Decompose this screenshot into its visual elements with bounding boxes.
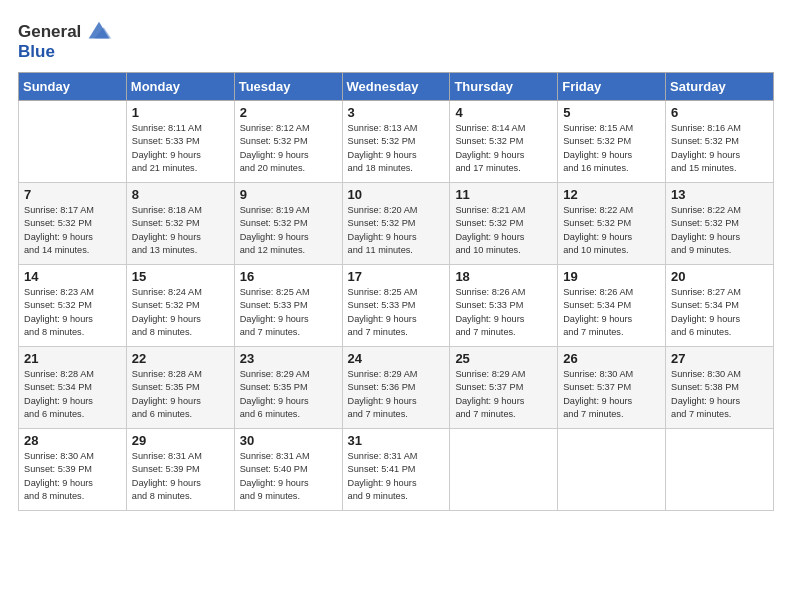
calendar-table: SundayMondayTuesdayWednesdayThursdayFrid…: [18, 72, 774, 511]
logo-icon: [85, 18, 113, 46]
calendar-cell: 6Sunrise: 8:16 AMSunset: 5:32 PMDaylight…: [666, 101, 774, 183]
calendar-cell: 8Sunrise: 8:18 AMSunset: 5:32 PMDaylight…: [126, 183, 234, 265]
day-number: 14: [24, 269, 121, 284]
day-number: 1: [132, 105, 229, 120]
day-info: Sunrise: 8:18 AMSunset: 5:32 PMDaylight:…: [132, 204, 229, 257]
day-number: 20: [671, 269, 768, 284]
day-info: Sunrise: 8:29 AMSunset: 5:36 PMDaylight:…: [348, 368, 445, 421]
day-number: 23: [240, 351, 337, 366]
day-number: 16: [240, 269, 337, 284]
calendar-cell: 20Sunrise: 8:27 AMSunset: 5:34 PMDayligh…: [666, 265, 774, 347]
logo-general-text: General: [18, 22, 81, 42]
day-number: 2: [240, 105, 337, 120]
week-row-2: 7Sunrise: 8:17 AMSunset: 5:32 PMDaylight…: [19, 183, 774, 265]
logo: General Blue: [18, 18, 113, 62]
weekday-header-saturday: Saturday: [666, 73, 774, 101]
day-info: Sunrise: 8:25 AMSunset: 5:33 PMDaylight:…: [240, 286, 337, 339]
calendar-cell: 3Sunrise: 8:13 AMSunset: 5:32 PMDaylight…: [342, 101, 450, 183]
day-info: Sunrise: 8:31 AMSunset: 5:39 PMDaylight:…: [132, 450, 229, 503]
weekday-header-monday: Monday: [126, 73, 234, 101]
week-row-3: 14Sunrise: 8:23 AMSunset: 5:32 PMDayligh…: [19, 265, 774, 347]
calendar-cell: [19, 101, 127, 183]
calendar-cell: [666, 429, 774, 511]
day-info: Sunrise: 8:19 AMSunset: 5:32 PMDaylight:…: [240, 204, 337, 257]
day-info: Sunrise: 8:22 AMSunset: 5:32 PMDaylight:…: [563, 204, 660, 257]
calendar-cell: 15Sunrise: 8:24 AMSunset: 5:32 PMDayligh…: [126, 265, 234, 347]
day-number: 13: [671, 187, 768, 202]
day-info: Sunrise: 8:30 AMSunset: 5:38 PMDaylight:…: [671, 368, 768, 421]
calendar-cell: 23Sunrise: 8:29 AMSunset: 5:35 PMDayligh…: [234, 347, 342, 429]
header: General Blue: [18, 18, 774, 62]
day-number: 18: [455, 269, 552, 284]
calendar-cell: 30Sunrise: 8:31 AMSunset: 5:40 PMDayligh…: [234, 429, 342, 511]
calendar-cell: 17Sunrise: 8:25 AMSunset: 5:33 PMDayligh…: [342, 265, 450, 347]
day-info: Sunrise: 8:26 AMSunset: 5:33 PMDaylight:…: [455, 286, 552, 339]
weekday-header-friday: Friday: [558, 73, 666, 101]
day-number: 31: [348, 433, 445, 448]
week-row-1: 1Sunrise: 8:11 AMSunset: 5:33 PMDaylight…: [19, 101, 774, 183]
day-number: 15: [132, 269, 229, 284]
calendar-cell: 27Sunrise: 8:30 AMSunset: 5:38 PMDayligh…: [666, 347, 774, 429]
calendar-cell: 19Sunrise: 8:26 AMSunset: 5:34 PMDayligh…: [558, 265, 666, 347]
calendar-cell: [450, 429, 558, 511]
day-info: Sunrise: 8:20 AMSunset: 5:32 PMDaylight:…: [348, 204, 445, 257]
day-info: Sunrise: 8:23 AMSunset: 5:32 PMDaylight:…: [24, 286, 121, 339]
day-info: Sunrise: 8:21 AMSunset: 5:32 PMDaylight:…: [455, 204, 552, 257]
day-info: Sunrise: 8:30 AMSunset: 5:37 PMDaylight:…: [563, 368, 660, 421]
day-number: 30: [240, 433, 337, 448]
day-number: 11: [455, 187, 552, 202]
calendar-cell: 5Sunrise: 8:15 AMSunset: 5:32 PMDaylight…: [558, 101, 666, 183]
weekday-header-thursday: Thursday: [450, 73, 558, 101]
day-number: 8: [132, 187, 229, 202]
day-number: 24: [348, 351, 445, 366]
day-number: 29: [132, 433, 229, 448]
calendar-cell: 28Sunrise: 8:30 AMSunset: 5:39 PMDayligh…: [19, 429, 127, 511]
calendar-cell: 12Sunrise: 8:22 AMSunset: 5:32 PMDayligh…: [558, 183, 666, 265]
day-info: Sunrise: 8:12 AMSunset: 5:32 PMDaylight:…: [240, 122, 337, 175]
day-number: 28: [24, 433, 121, 448]
day-info: Sunrise: 8:24 AMSunset: 5:32 PMDaylight:…: [132, 286, 229, 339]
day-info: Sunrise: 8:26 AMSunset: 5:34 PMDaylight:…: [563, 286, 660, 339]
day-info: Sunrise: 8:15 AMSunset: 5:32 PMDaylight:…: [563, 122, 660, 175]
day-info: Sunrise: 8:17 AMSunset: 5:32 PMDaylight:…: [24, 204, 121, 257]
day-info: Sunrise: 8:28 AMSunset: 5:34 PMDaylight:…: [24, 368, 121, 421]
day-number: 27: [671, 351, 768, 366]
day-number: 25: [455, 351, 552, 366]
calendar-cell: 25Sunrise: 8:29 AMSunset: 5:37 PMDayligh…: [450, 347, 558, 429]
calendar-cell: 9Sunrise: 8:19 AMSunset: 5:32 PMDaylight…: [234, 183, 342, 265]
day-info: Sunrise: 8:29 AMSunset: 5:37 PMDaylight:…: [455, 368, 552, 421]
calendar-cell: 26Sunrise: 8:30 AMSunset: 5:37 PMDayligh…: [558, 347, 666, 429]
calendar-cell: 4Sunrise: 8:14 AMSunset: 5:32 PMDaylight…: [450, 101, 558, 183]
day-info: Sunrise: 8:11 AMSunset: 5:33 PMDaylight:…: [132, 122, 229, 175]
day-number: 12: [563, 187, 660, 202]
day-number: 4: [455, 105, 552, 120]
day-info: Sunrise: 8:25 AMSunset: 5:33 PMDaylight:…: [348, 286, 445, 339]
day-number: 3: [348, 105, 445, 120]
week-row-5: 28Sunrise: 8:30 AMSunset: 5:39 PMDayligh…: [19, 429, 774, 511]
calendar-cell: 14Sunrise: 8:23 AMSunset: 5:32 PMDayligh…: [19, 265, 127, 347]
calendar-cell: 13Sunrise: 8:22 AMSunset: 5:32 PMDayligh…: [666, 183, 774, 265]
calendar-cell: 21Sunrise: 8:28 AMSunset: 5:34 PMDayligh…: [19, 347, 127, 429]
day-info: Sunrise: 8:13 AMSunset: 5:32 PMDaylight:…: [348, 122, 445, 175]
day-info: Sunrise: 8:31 AMSunset: 5:40 PMDaylight:…: [240, 450, 337, 503]
day-info: Sunrise: 8:27 AMSunset: 5:34 PMDaylight:…: [671, 286, 768, 339]
calendar-cell: 31Sunrise: 8:31 AMSunset: 5:41 PMDayligh…: [342, 429, 450, 511]
week-row-4: 21Sunrise: 8:28 AMSunset: 5:34 PMDayligh…: [19, 347, 774, 429]
calendar-cell: 7Sunrise: 8:17 AMSunset: 5:32 PMDaylight…: [19, 183, 127, 265]
calendar-cell: 22Sunrise: 8:28 AMSunset: 5:35 PMDayligh…: [126, 347, 234, 429]
weekday-header-sunday: Sunday: [19, 73, 127, 101]
day-info: Sunrise: 8:31 AMSunset: 5:41 PMDaylight:…: [348, 450, 445, 503]
day-number: 6: [671, 105, 768, 120]
calendar-cell: 11Sunrise: 8:21 AMSunset: 5:32 PMDayligh…: [450, 183, 558, 265]
calendar-cell: 24Sunrise: 8:29 AMSunset: 5:36 PMDayligh…: [342, 347, 450, 429]
day-number: 9: [240, 187, 337, 202]
weekday-header-tuesday: Tuesday: [234, 73, 342, 101]
day-info: Sunrise: 8:16 AMSunset: 5:32 PMDaylight:…: [671, 122, 768, 175]
calendar-cell: 16Sunrise: 8:25 AMSunset: 5:33 PMDayligh…: [234, 265, 342, 347]
day-info: Sunrise: 8:28 AMSunset: 5:35 PMDaylight:…: [132, 368, 229, 421]
calendar-cell: 1Sunrise: 8:11 AMSunset: 5:33 PMDaylight…: [126, 101, 234, 183]
calendar-cell: 29Sunrise: 8:31 AMSunset: 5:39 PMDayligh…: [126, 429, 234, 511]
day-number: 5: [563, 105, 660, 120]
calendar-cell: 18Sunrise: 8:26 AMSunset: 5:33 PMDayligh…: [450, 265, 558, 347]
day-info: Sunrise: 8:29 AMSunset: 5:35 PMDaylight:…: [240, 368, 337, 421]
